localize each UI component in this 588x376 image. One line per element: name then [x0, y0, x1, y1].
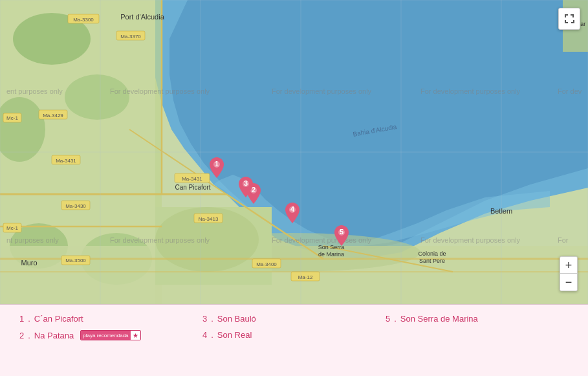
fullscreen-button[interactable] [558, 8, 580, 30]
svg-text:Ma-12: Ma-12 [298, 274, 313, 280]
legend-item-1[interactable]: 1 . C´an Picafort [19, 314, 202, 324]
legend-number-3: 3 [202, 314, 207, 324]
legend-dot-4: . [211, 330, 213, 340]
legend-dot-2: . [28, 331, 30, 340]
svg-text:Ma-3300: Ma-3300 [73, 17, 94, 23]
legend-name-3: Son Bauló [217, 314, 256, 324]
svg-text:For development purposes only: For development purposes only [110, 236, 210, 244]
svg-text:Ma-3500: Ma-3500 [65, 258, 86, 263]
svg-text:Colonia de: Colonia de [418, 250, 446, 257]
svg-text:Mc-1: Mc-1 [6, 115, 18, 121]
legend-item-2[interactable]: 2 . Na Patana playa recomendada ★ [19, 330, 202, 340]
zoom-out-button[interactable]: − [560, 274, 577, 291]
zoom-in-button[interactable]: + [560, 257, 577, 274]
legend-name-1: C´an Picafort [34, 314, 83, 324]
map-pin-5[interactable]: 5 [334, 225, 349, 249]
legend-column-2: 3 . Son Bauló 4 . Son Real [202, 314, 386, 340]
legend-number-4: 4 [202, 330, 207, 340]
map-container: Ma-3300 Ma-3370 Ma-3429 Ma-3431 Ma-3430 … [0, 0, 588, 304]
svg-text:Port d'Alcudia: Port d'Alcudia [120, 13, 164, 21]
svg-text:For development purposes only: For development purposes only [272, 236, 372, 244]
legend-item-4[interactable]: 4 . Son Real [202, 330, 386, 340]
playa-badge-text: playa recomendada [81, 331, 130, 340]
svg-text:de Marina: de Marina [318, 251, 344, 258]
svg-text:Ma-3431: Ma-3431 [56, 158, 76, 164]
legend-name-5: Son Serra de Marina [400, 314, 478, 324]
svg-text:For development purposes only: For development purposes only [272, 87, 372, 95]
svg-text:Ma-3431: Ma-3431 [182, 176, 202, 182]
svg-text:nt purposes only: nt purposes only [6, 236, 59, 244]
legend-item-5[interactable]: 5 . Son Serra de Marina [386, 314, 569, 324]
svg-text:ent purposes only: ent purposes only [6, 87, 63, 95]
legend-name-4: Son Real [217, 330, 252, 340]
playa-badge: playa recomendada ★ [80, 330, 140, 340]
zoom-controls: + − [560, 256, 578, 291]
map-pin-1[interactable]: 1 [210, 157, 224, 181]
svg-text:Na-3413: Na-3413 [199, 216, 219, 222]
legend-column-1: 1 . C´an Picafort 2 . Na Patana playa re… [19, 314, 202, 340]
svg-text:Can Picafort: Can Picafort [175, 184, 210, 191]
legend-dot-3: . [211, 314, 213, 324]
svg-text:For development purposes only: For development purposes only [110, 87, 210, 95]
svg-text:Ma-3370: Ma-3370 [120, 34, 141, 39]
legend-number-1: 1 [19, 314, 24, 324]
svg-point-4 [65, 74, 129, 120]
legend-panel: 1 . C´an Picafort 2 . Na Patana playa re… [0, 304, 588, 376]
svg-text:Muro: Muro [21, 259, 37, 267]
playa-badge-star: ★ [131, 331, 140, 340]
svg-text:Ma-3429: Ma-3429 [43, 113, 63, 118]
legend-column-3: 5 . Son Serra de Marina [386, 314, 569, 324]
legend-number-2: 2 [19, 331, 24, 340]
map-pin-3[interactable]: 3 [239, 177, 253, 200]
svg-text:Mc-1: Mc-1 [6, 225, 18, 231]
svg-text:Ma-3430: Ma-3430 [65, 203, 86, 209]
svg-text:For dev: For dev [558, 87, 582, 95]
svg-text:Ma-3400: Ma-3400 [256, 261, 277, 267]
legend-dot-5: . [394, 314, 397, 324]
svg-text:Sant Pere: Sant Pere [419, 258, 445, 264]
svg-text:For: For [558, 236, 569, 244]
legend-number-5: 5 [386, 314, 390, 324]
map-pin-4[interactable]: 4 [285, 203, 299, 226]
svg-text:For development purposes only: For development purposes only [420, 87, 521, 95]
svg-text:For development purposes only: For development purposes only [420, 236, 521, 244]
legend-item-3[interactable]: 3 . Son Bauló [202, 314, 386, 324]
legend-name-2: Na Patana [34, 331, 74, 340]
legend-dot-1: . [28, 314, 30, 324]
